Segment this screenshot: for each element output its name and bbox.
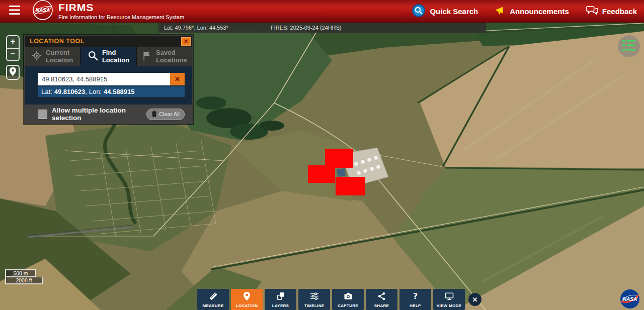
location-tool-panel: LOCATION TOOL ✕ CurrentLocation FindLoca… bbox=[24, 35, 193, 124]
toolbar-close-button[interactable]: ✕ bbox=[468, 293, 481, 306]
flag-icon bbox=[142, 51, 152, 62]
feedback-button[interactable]: Feedback bbox=[586, 5, 637, 17]
my-location-button[interactable] bbox=[6, 65, 20, 80]
scale-imperial: 2000 ft bbox=[5, 277, 43, 284]
view-mode-button[interactable]: VIEW MODE bbox=[433, 289, 465, 310]
location-result: Lat: 49.810623, Lon: 44.588915 bbox=[38, 86, 185, 97]
panel-close-button[interactable]: ✕ bbox=[181, 37, 191, 46]
clear-all-label: Clear All bbox=[159, 111, 180, 117]
menu-hamburger-icon[interactable] bbox=[9, 5, 21, 17]
camera-icon bbox=[343, 291, 353, 303]
tab-label-line1: Current bbox=[46, 49, 73, 56]
tab-label-line2: Locations bbox=[156, 57, 187, 64]
bottom-toolbar: MEASURE LOCATION LAYERS TIMELINE bbox=[197, 289, 481, 310]
search-clear-button[interactable]: ✕ bbox=[170, 73, 185, 85]
tab-label-line1: Saved bbox=[156, 49, 187, 56]
panel-title: LOCATION TOOL bbox=[30, 38, 181, 45]
location-button[interactable]: LOCATION bbox=[231, 289, 263, 310]
zoom-controls: + − bbox=[6, 35, 20, 80]
firms-app: NASA FIRMS Fire Information for Resource… bbox=[0, 0, 644, 310]
svg-text:NASA: NASA bbox=[623, 296, 637, 302]
quick-search-label: Quick Search bbox=[430, 7, 478, 16]
crosshair-icon bbox=[32, 51, 42, 62]
feedback-label: Feedback bbox=[602, 7, 637, 16]
tab-label-line1: Find bbox=[102, 49, 129, 56]
lon-label: Lon: bbox=[89, 88, 102, 95]
help-button[interactable]: ? HELP bbox=[399, 289, 431, 310]
layers-icon bbox=[276, 291, 286, 303]
share-button[interactable]: SHARE bbox=[366, 289, 397, 310]
quick-search-button[interactable]: Quick Search bbox=[412, 4, 478, 19]
legend-list-icon bbox=[622, 39, 636, 54]
app-title: FIRMS bbox=[58, 2, 184, 13]
feedback-icon bbox=[586, 5, 598, 17]
panel-title-bar: LOCATION TOOL ✕ bbox=[25, 36, 192, 47]
legend-button[interactable] bbox=[618, 35, 640, 57]
header-nav: Quick Search Announcements bbox=[412, 4, 637, 19]
announcements-label: Announcements bbox=[510, 7, 569, 16]
multi-location-checkbox[interactable] bbox=[38, 110, 47, 119]
location-pin-icon bbox=[9, 67, 17, 78]
find-location-body: ✕ Lat: 49.810623, Lon: 44.588915 bbox=[25, 66, 192, 105]
location-tool-tabs: CurrentLocation FindLocation SavedLoc bbox=[25, 47, 192, 66]
svg-text:NASA: NASA bbox=[36, 8, 50, 13]
megaphone-icon bbox=[495, 5, 506, 17]
announcements-button[interactable]: Announcements bbox=[495, 5, 569, 17]
scale-metric: 500 m bbox=[5, 269, 36, 277]
question-icon: ? bbox=[411, 291, 420, 303]
map-scale: 500 m 2000 ft bbox=[5, 269, 43, 284]
fire-detection-marker[interactable] bbox=[308, 165, 335, 183]
cursor-coordinates: Lat: 49.796°, Lon: 44.553° bbox=[164, 25, 228, 31]
location-search-input[interactable] bbox=[38, 73, 170, 85]
timeline-button[interactable]: TIMELINE bbox=[298, 289, 330, 310]
app-subtitle: Fire Information for Resource Management… bbox=[58, 14, 184, 20]
share-icon bbox=[377, 291, 386, 303]
app-header: NASA FIRMS Fire Information for Resource… bbox=[0, 0, 644, 23]
tab-find-location[interactable]: FindLocation bbox=[80, 47, 136, 66]
ruler-icon bbox=[208, 291, 219, 303]
layers-button[interactable]: LAYERS bbox=[265, 289, 296, 310]
tab-label-line2: Location bbox=[46, 57, 73, 64]
nasa-logo[interactable]: NASA bbox=[620, 289, 640, 310]
tab-saved-locations[interactable]: SavedLocations bbox=[137, 47, 192, 66]
measure-button[interactable]: MEASURE bbox=[197, 289, 229, 310]
magnifier-icon bbox=[88, 50, 98, 62]
lon-value: 44.588915 bbox=[104, 88, 134, 95]
capture-button[interactable]: CAPTURE bbox=[332, 289, 364, 310]
fire-detection-marker[interactable] bbox=[336, 177, 365, 195]
map-pin-icon bbox=[243, 291, 251, 303]
clear-all-button[interactable]: Clear All bbox=[146, 109, 185, 120]
panel-footer: Allow multiple location selection Clear … bbox=[25, 105, 192, 124]
trash-icon bbox=[151, 111, 157, 118]
monitor-icon bbox=[444, 291, 455, 303]
brand-block: FIRMS Fire Information for Resource Mana… bbox=[58, 2, 184, 20]
lat-value: 49.810623 bbox=[54, 88, 85, 95]
tab-label-line2: Location bbox=[102, 57, 129, 64]
lat-label: Lat: bbox=[41, 88, 52, 95]
fires-date-label: FIRES: 2025-09-24 (24HRS) bbox=[271, 25, 342, 31]
zoom-in-button[interactable]: + bbox=[6, 35, 20, 48]
zoom-out-button[interactable]: − bbox=[6, 48, 20, 61]
nasa-insignia-icon: NASA bbox=[32, 0, 53, 23]
map-status-bar: Lat: 49.796°, Lon: 44.553° FIRES: 2025-0… bbox=[158, 23, 486, 33]
search-icon bbox=[412, 4, 426, 19]
tab-current-location[interactable]: CurrentLocation bbox=[25, 47, 80, 66]
multi-location-label: Allow multiple location selection bbox=[52, 107, 146, 122]
sliders-icon bbox=[309, 291, 320, 303]
svg-text:?: ? bbox=[413, 291, 418, 301]
